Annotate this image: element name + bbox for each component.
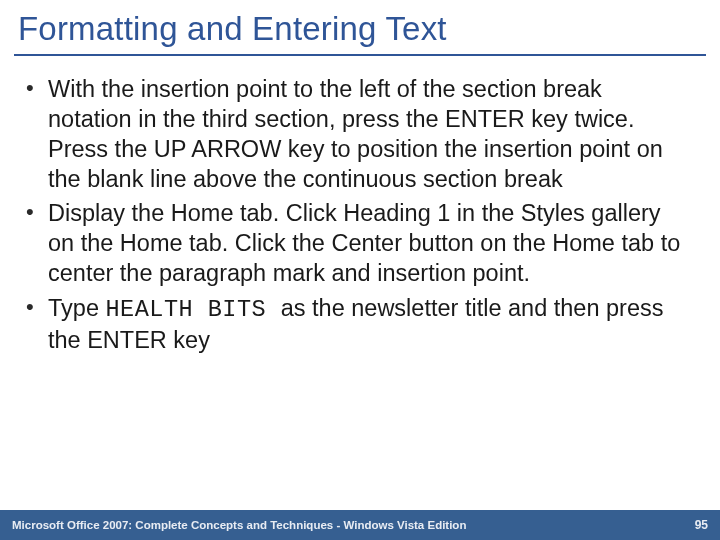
slide-title: Formatting and Entering Text bbox=[0, 0, 720, 54]
list-item: Type HEALTH BITS as the newsletter title… bbox=[22, 293, 692, 355]
list-item: With the insertion point to the left of … bbox=[22, 74, 692, 194]
bullet-list: With the insertion point to the left of … bbox=[22, 74, 692, 355]
slide-body: With the insertion point to the left of … bbox=[0, 56, 720, 355]
slide: Formatting and Entering Text With the in… bbox=[0, 0, 720, 540]
bullet-text: Display the Home tab. Click Heading 1 in… bbox=[48, 200, 680, 286]
bullet-text: Type bbox=[48, 295, 105, 321]
bullet-text-code: HEALTH BITS bbox=[105, 296, 280, 323]
footer-text: Microsoft Office 2007: Complete Concepts… bbox=[12, 519, 466, 531]
bullet-text: With the insertion point to the left of … bbox=[48, 76, 663, 192]
page-number: 95 bbox=[695, 518, 708, 532]
slide-footer: Microsoft Office 2007: Complete Concepts… bbox=[0, 510, 720, 540]
list-item: Display the Home tab. Click Heading 1 in… bbox=[22, 198, 692, 288]
